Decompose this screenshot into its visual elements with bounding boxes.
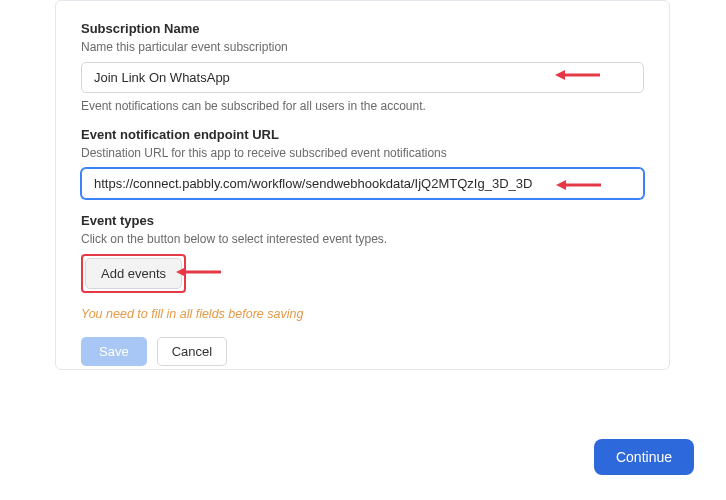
event-types-group: Event types Click on the button below to… — [81, 213, 644, 293]
arrow-annotation-icon — [555, 69, 600, 81]
svg-marker-5 — [176, 267, 186, 277]
subscription-form-card: Subscription Name Name this particular e… — [55, 0, 670, 370]
endpoint-url-label: Event notification endpoint URL — [81, 127, 644, 142]
cancel-button[interactable]: Cancel — [157, 337, 227, 366]
form-actions: Save Cancel — [81, 337, 644, 366]
subscription-name-help: Event notifications can be subscribed fo… — [81, 99, 644, 113]
svg-marker-1 — [555, 70, 565, 80]
continue-button[interactable]: Continue — [594, 439, 694, 475]
event-types-desc: Click on the button below to select inte… — [81, 232, 644, 246]
arrow-annotation-icon — [176, 266, 221, 278]
add-events-button[interactable]: Add events — [85, 258, 182, 289]
arrow-annotation-icon — [556, 179, 601, 191]
validation-warning: You need to fill in all fields before sa… — [81, 307, 644, 321]
endpoint-url-desc: Destination URL for this app to receive … — [81, 146, 644, 160]
event-types-label: Event types — [81, 213, 644, 228]
svg-marker-3 — [556, 180, 566, 190]
save-button[interactable]: Save — [81, 337, 147, 366]
add-events-highlight: Add events — [81, 254, 186, 293]
subscription-name-desc: Name this particular event subscription — [81, 40, 644, 54]
subscription-name-group: Subscription Name Name this particular e… — [81, 21, 644, 113]
subscription-name-label: Subscription Name — [81, 21, 644, 36]
